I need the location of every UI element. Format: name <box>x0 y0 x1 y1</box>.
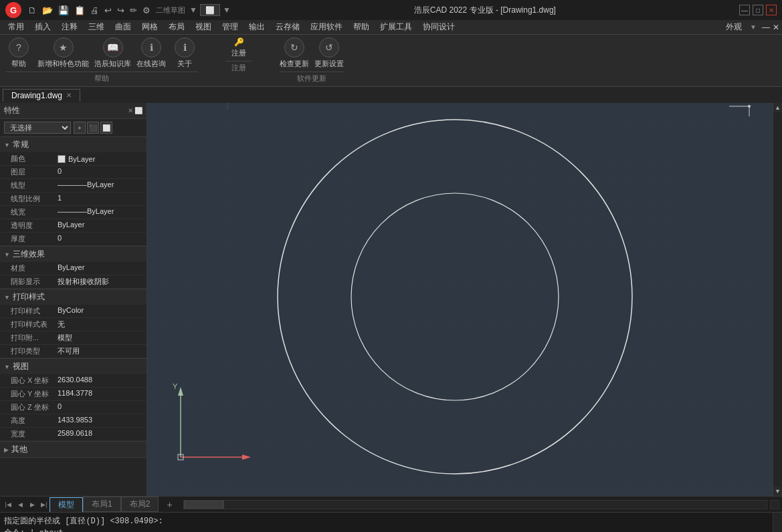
menu-shuchu[interactable]: 输出 <box>243 20 270 34</box>
dropdown-arrow[interactable]: ▼ <box>189 5 197 15</box>
menu-bangzhu[interactable]: 帮助 <box>348 20 375 34</box>
menu-charu[interactable]: 插入 <box>29 20 56 34</box>
select-add-btn[interactable]: + <box>74 122 86 134</box>
close-btn[interactable]: ✕ <box>766 5 777 15</box>
layout-nav-first[interactable]: |◀ <box>3 499 13 510</box>
window-controls: — □ ✕ <box>739 5 777 15</box>
properties-panel: 特性 ✕ ⬜ 无选择 + ⬛ ⬜ ▼ 常规 颜色 <box>0 103 147 496</box>
new-features-button[interactable]: ★ 新增和特色功能 <box>37 37 89 69</box>
check-update-label: 检查更新 <box>280 59 309 69</box>
selection-dropdown[interactable]: 无选择 <box>4 122 71 134</box>
menu-yingyongruanjian[interactable]: 应用软件 <box>305 20 348 34</box>
props-close-btn[interactable]: ✕ <box>128 107 133 114</box>
update-settings-button[interactable]: ↺ 更新设置 <box>314 37 344 69</box>
online-consult-label: 在线咨询 <box>136 59 166 69</box>
section-other-header[interactable]: ▶ 其他 <box>0 442 146 457</box>
scroll-track[interactable] <box>773 112 782 487</box>
help-label: 帮助 <box>11 59 26 69</box>
menu-wangge[interactable]: 网格 <box>136 20 163 34</box>
section-print-style-header[interactable]: ▼ 打印样式 <box>0 289 146 305</box>
help-button[interactable]: ? 帮助 <box>5 37 32 69</box>
layout-nav-prev[interactable]: ◀ <box>15 499 25 510</box>
drawing-tab-bar: Drawing1.dwg ✕ <box>0 87 782 103</box>
properties-header: 特性 ✕ ⬜ <box>0 103 146 119</box>
extra-icon[interactable]: ✏ <box>128 5 138 15</box>
layout-tab-1[interactable]: 布局1 <box>83 497 121 512</box>
menu-kuozhangongju[interactable]: 扩展工具 <box>375 20 417 34</box>
section-view-header[interactable]: ▼ 视图 <box>0 359 146 374</box>
drawing-tab-label: Drawing1.dwg <box>11 91 62 100</box>
online-consult-button[interactable]: ℹ 在线咨询 <box>136 37 166 69</box>
section-view-arrow: ▼ <box>4 364 10 370</box>
minimize-btn[interactable]: — <box>739 5 750 15</box>
horizontal-scrollbar[interactable] <box>183 500 767 509</box>
layout-tab-2[interactable]: 布局2 <box>121 497 159 512</box>
layout-tab-model[interactable]: 模型 <box>50 497 83 512</box>
menu-buju[interactable]: 布局 <box>163 20 190 34</box>
new-icon[interactable]: 🗋 <box>27 5 38 15</box>
about-button[interactable]: ℹ 关于 <box>171 37 198 69</box>
menu-yuncunchu[interactable]: 云存储 <box>270 20 305 34</box>
ribbon-close-btn[interactable]: ✕ <box>773 23 779 32</box>
shadow-label: 阴影显示 <box>11 277 58 287</box>
check-update-button[interactable]: ↻ 检查更新 <box>280 37 309 69</box>
select-filter-btn[interactable]: ⬜ <box>100 122 112 134</box>
view-toggle[interactable]: ⬜ <box>200 4 220 16</box>
shadow-value: 投射和接收阴影 <box>58 277 142 287</box>
menu-guanli[interactable]: 管理 <box>217 20 243 34</box>
menu-sanwei[interactable]: 三维 <box>83 20 110 34</box>
section-general-header[interactable]: ▼ 常规 <box>0 137 146 152</box>
restore-btn[interactable]: □ <box>753 5 763 15</box>
expand-icon[interactable]: ▼ <box>223 5 231 15</box>
scroll-up-btn[interactable]: ▲ <box>773 103 782 112</box>
menu-qumian[interactable]: 曲面 <box>110 20 136 34</box>
layer-label: 图层 <box>11 167 58 177</box>
ribbon-minimize-btn[interactable]: — <box>762 23 770 32</box>
menu-changyong[interactable]: 常用 <box>3 20 29 34</box>
redo-icon[interactable]: ↪ <box>116 5 126 15</box>
layout-nav-last[interactable]: ▶| <box>39 499 50 510</box>
select-quick-btn[interactable]: ⬛ <box>87 122 99 134</box>
prop-thickness: 厚度 0 <box>0 233 146 246</box>
layout-tab-add[interactable]: + <box>159 498 180 511</box>
section-3deffect-header[interactable]: ▼ 三维效果 <box>0 247 146 262</box>
prop-center-y: 圆心 Y 坐标 1184.3778 <box>0 388 146 401</box>
print-icon[interactable]: 🖨 <box>89 5 100 15</box>
drawing-type-label: 二维草图 <box>156 5 185 15</box>
layer-value: 0 <box>58 167 142 177</box>
prop-linetype: 线型 ————ByLayer <box>0 179 146 192</box>
register-section-title: 注册 <box>225 61 252 73</box>
props-float-btn[interactable]: ⬜ <box>134 107 142 114</box>
check-update-icon: ↻ <box>284 37 304 57</box>
drawing-canvas-area[interactable]: Y <box>147 103 773 496</box>
register-button[interactable]: 🔑 注册 <box>225 37 252 58</box>
scroll-down-btn[interactable]: ▼ <box>773 487 782 496</box>
prop-center-x: 圆心 X 坐标 2630.0488 <box>0 374 146 388</box>
right-scrollbar[interactable]: ▲ ▼ <box>773 103 782 496</box>
drawing-tab-close[interactable]: ✕ <box>66 92 72 99</box>
cmd-scrollbar[interactable] <box>773 513 782 532</box>
section-view: ▼ 视图 圆心 X 坐标 2630.0488 圆心 Y 坐标 1184.3778… <box>0 359 146 442</box>
prop-width: 宽度 2589.0618 <box>0 428 146 441</box>
properties-title: 特性 <box>4 105 20 116</box>
ltscale-label: 线型比例 <box>11 194 58 204</box>
undo-icon[interactable]: ↩ <box>103 5 113 15</box>
drawing-tab[interactable]: Drawing1.dwg ✕ <box>3 89 80 102</box>
section-print-arrow: ▼ <box>4 294 10 301</box>
height-label: 高度 <box>11 416 58 426</box>
menu-shitu[interactable]: 视图 <box>190 20 217 34</box>
github-icon[interactable]: ⚙ <box>141 5 152 15</box>
save-icon[interactable]: 💾 <box>57 5 70 15</box>
layout-nav-next[interactable]: ▶ <box>27 499 37 510</box>
menu-xietongshejin[interactable]: 协同设计 <box>417 20 460 34</box>
knowledge-base-button[interactable]: 📖 浩辰知识库 <box>94 37 131 69</box>
menu-zhushi[interactable]: 注释 <box>56 20 83 34</box>
section-other-label: 其他 <box>11 444 27 455</box>
info-icon: ℹ <box>141 37 161 57</box>
menu-dropdown-icon[interactable]: ▼ <box>750 23 757 31</box>
menu-waiguan[interactable]: 外观 <box>720 20 747 34</box>
command-text[interactable]: 指定圆的半径或 [直径(D)] <308.0490>: 命令: '_about … <box>0 513 773 532</box>
open-icon[interactable]: 📂 <box>41 5 54 15</box>
saveas-icon[interactable]: 📋 <box>73 5 86 15</box>
key-icon: 🔑 <box>234 37 244 47</box>
